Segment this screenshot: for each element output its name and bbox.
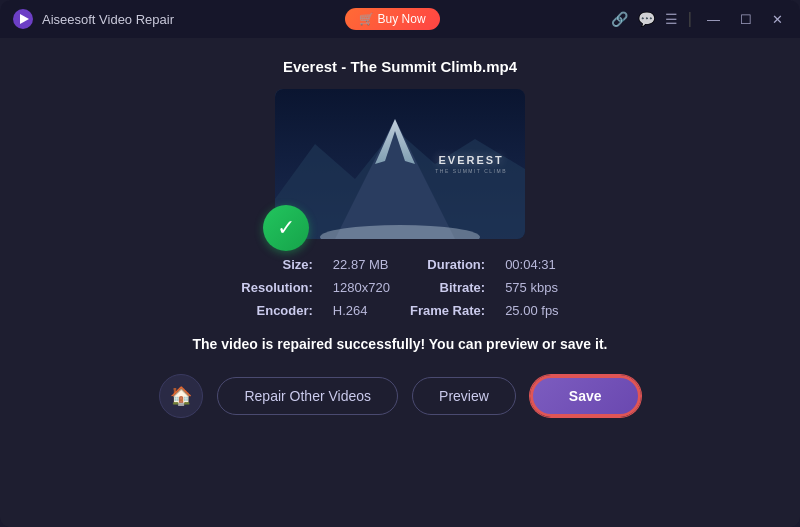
menu-icon[interactable]: ☰ xyxy=(665,11,678,27)
everest-subtitle: THE SUMMIT CLIMB xyxy=(435,168,507,174)
resolution-value: 1280x720 xyxy=(333,280,390,295)
repair-other-button[interactable]: Repair Other Videos xyxy=(217,377,398,415)
action-row: 🏠 Repair Other Videos Preview Save xyxy=(159,374,640,418)
video-filename: Everest - The Summit Climb.mp4 xyxy=(283,58,517,75)
size-label: Size: xyxy=(241,257,313,272)
maximize-button[interactable]: ☐ xyxy=(735,10,757,29)
save-button[interactable]: Save xyxy=(530,375,641,417)
bitrate-value: 575 kbps xyxy=(505,280,559,295)
app-title: Aiseesoft Video Repair xyxy=(42,12,174,27)
video-thumbnail-container: EVEREST THE SUMMIT CLIMB ✓ xyxy=(275,89,525,239)
encoder-label: Encoder: xyxy=(241,303,313,318)
bitrate-label: Bitrate: xyxy=(410,280,485,295)
encoder-value: H.264 xyxy=(333,303,390,318)
video-thumbnail: EVEREST THE SUMMIT CLIMB xyxy=(275,89,525,239)
framerate-value: 25.00 fps xyxy=(505,303,559,318)
success-message: The video is repaired successfully! You … xyxy=(193,336,608,352)
title-bar-icons: 🔗 💬 ☰ | — ☐ ✕ xyxy=(611,10,788,29)
title-bar-center: 🛒 Buy Now xyxy=(345,8,439,30)
minimize-button[interactable]: — xyxy=(702,10,725,29)
preview-button[interactable]: Preview xyxy=(412,377,516,415)
home-button[interactable]: 🏠 xyxy=(159,374,203,418)
chat-icon[interactable]: 💬 xyxy=(638,11,655,27)
link-icon[interactable]: 🔗 xyxy=(611,11,628,27)
duration-value: 00:04:31 xyxy=(505,257,559,272)
main-content: Everest - The Summit Climb.mp4 xyxy=(0,38,800,527)
size-value: 22.87 MB xyxy=(333,257,390,272)
everest-title: EVEREST xyxy=(435,154,507,166)
framerate-label: Frame Rate: xyxy=(410,303,485,318)
separator: | xyxy=(688,10,692,28)
everest-overlay: EVEREST THE SUMMIT CLIMB xyxy=(435,154,507,174)
app-logo-icon xyxy=(12,8,34,30)
title-bar: Aiseesoft Video Repair 🛒 Buy Now 🔗 💬 ☰ |… xyxy=(0,0,800,38)
buy-now-button[interactable]: 🛒 Buy Now xyxy=(345,8,439,30)
duration-label: Duration: xyxy=(410,257,485,272)
title-bar-left: Aiseesoft Video Repair xyxy=(12,8,174,30)
close-button[interactable]: ✕ xyxy=(767,10,788,29)
success-badge: ✓ xyxy=(263,205,309,251)
home-icon: 🏠 xyxy=(170,385,192,407)
app-window: Aiseesoft Video Repair 🛒 Buy Now 🔗 💬 ☰ |… xyxy=(0,0,800,527)
resolution-label: Resolution: xyxy=(241,280,313,295)
file-info-grid: Size: 22.87 MB Duration: 00:04:31 Resolu… xyxy=(241,257,558,318)
